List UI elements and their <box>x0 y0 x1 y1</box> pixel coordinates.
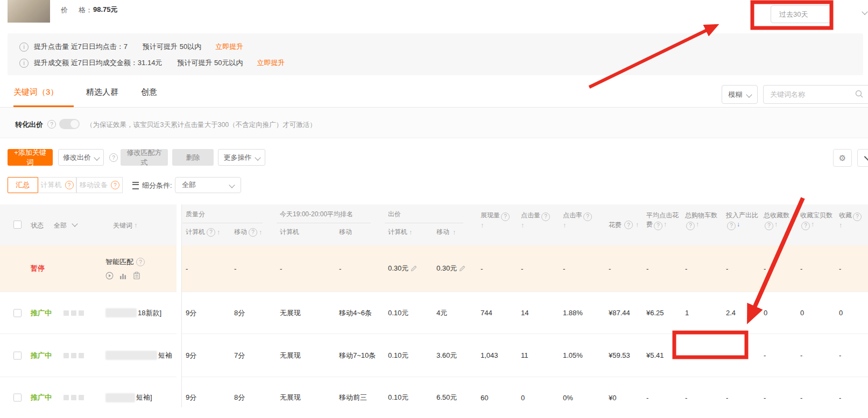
subcolumn-label: 移动 <box>339 228 352 237</box>
tab-audiences[interactable]: 精选人群 <box>86 87 118 97</box>
collapse-button[interactable] <box>857 149 868 167</box>
help-icon[interactable]: ? <box>47 120 56 129</box>
column-impressions[interactable]: 展现量?↑ <box>476 204 517 245</box>
cell: 8分 <box>230 377 276 418</box>
modify-bid-label: 修改出价 <box>63 153 91 162</box>
column-keyword[interactable]: 关键词 ↑ <box>113 221 137 230</box>
cell: 4元 <box>432 292 476 334</box>
help-icon[interactable]: ? <box>136 258 145 266</box>
segment-pc[interactable]: 计算机? <box>38 177 76 193</box>
boost-now-link[interactable]: 立即提升 <box>215 42 243 52</box>
row-checkbox[interactable] <box>13 351 22 359</box>
column-label: 投入产出比 <box>726 211 758 219</box>
column-clicks[interactable]: 点击量?↑ <box>517 204 559 245</box>
help-icon: ? <box>207 228 215 237</box>
cell: 0 <box>759 292 796 334</box>
column-cost[interactable]: 花费?↑ <box>604 204 642 245</box>
table-row: 推广中 短袖 9分 7分 无展现 移动7~10条 0.10元 3.60元 1,0… <box>0 334 868 377</box>
modify-match-button[interactable]: 修改匹配方式 <box>121 149 168 166</box>
sort-arrow: ↑ <box>563 221 603 230</box>
segment-mobile[interactable]: 移动设备? <box>76 177 123 193</box>
row-checkbox[interactable] <box>13 394 22 402</box>
column-total-favorites[interactable]: 总收藏数?↑ <box>759 204 796 245</box>
play-icon[interactable] <box>105 272 114 280</box>
search-icon[interactable] <box>855 90 864 98</box>
group-underline <box>277 223 371 223</box>
date-range-select[interactable]: 过去30天 <box>771 5 833 23</box>
help-icon: ? <box>853 212 862 221</box>
subcolumn-bid-mobile[interactable]: 移动↑ <box>432 228 456 237</box>
edit-pencil-icon[interactable] <box>459 265 465 272</box>
date-range-value: 过去30天 <box>779 10 808 19</box>
segment-summary[interactable]: 汇总 <box>8 177 38 193</box>
conversion-bid-label: 转化出价 <box>15 120 43 130</box>
help-icon: ? <box>111 181 119 189</box>
help-icon: ? <box>654 222 662 230</box>
notice-row: i 提升点击量 近7日日均点击：7 预计可提升 50以内 立即提升 <box>19 39 863 55</box>
subcolumn-rank-pc: 计算机 <box>276 228 335 237</box>
cell: - <box>517 245 559 292</box>
status-filter-dropdown[interactable]: 全部 <box>54 221 77 230</box>
help-icon: ? <box>727 222 736 230</box>
refine-dropdown[interactable]: 全部 <box>175 177 241 193</box>
sort-arrow: ↑ <box>453 229 456 236</box>
modify-bid-button[interactable]: 修改出价 <box>58 149 104 166</box>
column-ctr[interactable]: 点击率?↑ <box>559 204 604 245</box>
subcolumn-quality-pc[interactable]: 计算机?↑ <box>181 228 230 237</box>
cell: 1.88% <box>559 292 604 334</box>
subcolumn-label: 计算机 <box>186 228 205 237</box>
redacted-icons <box>63 353 84 358</box>
sort-arrow: ↑ <box>409 229 412 236</box>
chevron-down-icon <box>864 153 868 161</box>
column-favorites-clipped[interactable]: 收藏?↑ <box>835 204 868 245</box>
cell: 0.10元 <box>384 377 432 418</box>
column-item-favorites[interactable]: 收藏宝贝数?↑ <box>796 204 835 245</box>
keyword-search-input[interactable] <box>763 85 868 104</box>
status-badge: 推广中 <box>31 308 52 318</box>
sort-arrow: ↑ <box>636 221 639 230</box>
column-freeze-gap <box>177 204 181 418</box>
row-checkbox[interactable] <box>13 309 22 317</box>
match-mode-dropdown[interactable]: 模糊 <box>722 85 758 104</box>
cell: 11 <box>517 334 559 377</box>
column-cart-adds[interactable]: 总购物车数?↑ <box>681 204 722 245</box>
help-icon[interactable]: ? <box>109 153 118 162</box>
segment-pc-label: 计算机 <box>41 180 62 190</box>
dropdown-chevron-icon[interactable] <box>862 9 867 15</box>
notice-text: 提升成交额 近7日日均成交金额：31.14元 <box>34 58 162 68</box>
boost-now-link[interactable]: 立即提升 <box>257 58 285 68</box>
settings-button[interactable]: ⚙ <box>833 149 852 167</box>
keyword-cell: 短袖 <box>105 351 172 360</box>
delete-button[interactable]: 删除 <box>172 149 214 166</box>
status-badge: 暂停 <box>31 264 45 273</box>
gear-icon: ⚙ <box>839 153 846 163</box>
more-actions-button[interactable]: 更多操作 <box>218 149 265 166</box>
column-group-quality: 质量分 计算机?↑ 移动?↑ <box>181 204 276 245</box>
tab-keywords[interactable]: 关键词（3） <box>13 87 58 97</box>
sort-arrow: ↑ <box>217 229 220 236</box>
column-roi[interactable]: 投入产出比?↓ <box>722 204 759 245</box>
chart-icon[interactable] <box>119 272 127 280</box>
add-keyword-button[interactable]: +添加关键词 <box>8 149 53 166</box>
tab-creatives[interactable]: 创意 <box>141 87 157 97</box>
table-row: 推广中 短袖] 9分 8分 无展现 移动前三 0.10元 6.50元 60 0 … <box>0 377 868 418</box>
subcolumn-bid-pc[interactable]: 计算机↑ <box>384 228 432 237</box>
cell: - <box>642 377 681 418</box>
subcolumn-quality-mobile[interactable]: 移动?↑ <box>230 228 262 237</box>
conversion-bid-toggle[interactable] <box>59 119 80 129</box>
row-cells: 9分 7分 无展现 移动7~10条 0.10元 3.60元 1,043 11 1… <box>181 334 868 377</box>
help-icon: ? <box>65 181 74 189</box>
column-avg-cpc[interactable]: 平均点击花费?↑ <box>642 204 681 245</box>
cell: - <box>230 245 276 292</box>
cell: 14 <box>517 292 559 334</box>
select-all-checkbox[interactable] <box>13 221 22 229</box>
cell: 9分 <box>181 292 230 334</box>
cell: - <box>681 377 722 418</box>
report-icon[interactable] <box>133 272 140 280</box>
column-status: 状态 <box>31 221 44 230</box>
redacted-icons <box>63 395 84 400</box>
edit-pencil-icon[interactable] <box>411 265 417 272</box>
sort-arrow: ↑ <box>774 221 778 228</box>
info-icon: i <box>19 42 29 52</box>
help-icon: ? <box>501 212 510 221</box>
